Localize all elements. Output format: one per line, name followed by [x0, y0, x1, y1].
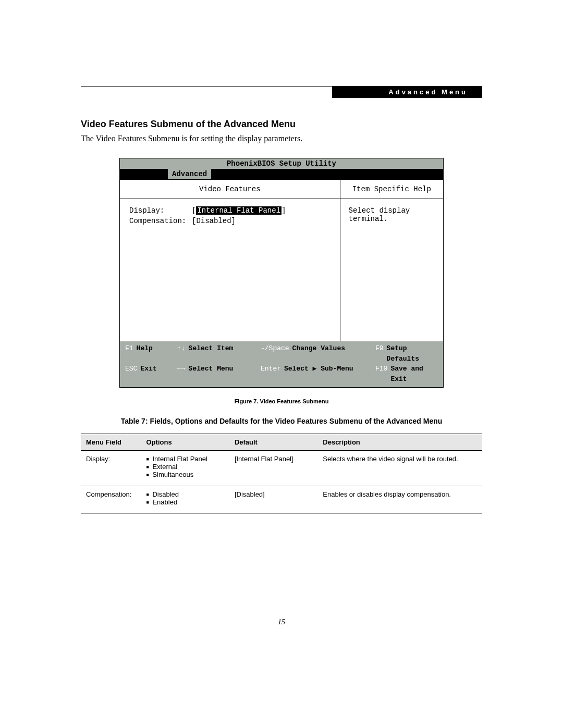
bios-compensation-label: Compensation:	[129, 217, 192, 225]
header-tab: Advanced Menu	[332, 86, 482, 98]
table-row: Display: Internal Flat Panel External Si…	[81, 451, 482, 486]
option-item: Enabled	[146, 498, 224, 506]
th-default: Default	[229, 434, 317, 451]
f10-label: Save and Exit	[390, 364, 438, 384]
bios-left-panel: Video Features Display: [Internal Flat P…	[120, 180, 340, 341]
bios-title: PhoenixBIOS Setup Utility	[120, 158, 443, 169]
bios-field-display[interactable]: Display: [Internal Flat Panel]	[129, 206, 331, 215]
option-item: External	[146, 463, 224, 471]
bios-compensation-value: [Disabled]	[192, 217, 236, 225]
option-item: Internal Flat Panel	[146, 455, 224, 463]
cell-options: Internal Flat Panel External Simultaneou…	[141, 451, 229, 486]
page-number: 15	[81, 618, 482, 626]
bios-right-panel: Item Specific Help Select display termin…	[340, 180, 443, 341]
bios-display-value: Internal Flat Panel	[196, 206, 282, 215]
header-row: Advanced Menu	[81, 86, 482, 98]
bios-left-title: Video Features	[120, 180, 340, 199]
lr-label: Select Menu	[189, 364, 234, 384]
space-label: Change Values	[292, 343, 345, 364]
options-table: Menu Field Options Default Description D…	[81, 434, 482, 514]
bios-display-label: Display:	[129, 206, 192, 215]
section-title: Video Features Submenu of the Advanced M…	[81, 119, 482, 130]
cell-description: Enables or disables display compensation…	[317, 486, 482, 514]
bios-right-title: Item Specific Help	[340, 180, 443, 199]
bios-left-content: Display: [Internal Flat Panel] Compensat…	[120, 199, 340, 341]
enter-key: Enter	[261, 364, 284, 384]
table-caption: Table 7: Fields, Options and Defaults fo…	[81, 417, 482, 425]
f1-label: Help	[137, 343, 153, 364]
f9-label: Setup Defaults	[387, 343, 438, 364]
bios-screenshot: PhoenixBIOS Setup Utility Advanced Video…	[119, 158, 444, 388]
updown-label: Select Item	[189, 343, 234, 364]
space-key: -/Space	[261, 343, 292, 364]
updown-key: ↑↓	[177, 343, 189, 364]
bios-footer: F1Help ↑↓Select Item -/SpaceChange Value…	[120, 341, 443, 387]
table-row: Compensation: Disabled Enabled [Disabled…	[81, 486, 482, 514]
bios-help-text: Select display terminal.	[340, 199, 443, 341]
f10-key: F10	[375, 364, 390, 384]
cell-default: [Disabled]	[229, 486, 317, 514]
bios-tab-advanced[interactable]: Advanced	[168, 169, 211, 179]
document-page: Advanced Menu Video Features Submenu of …	[81, 0, 482, 658]
cell-options: Disabled Enabled	[141, 486, 229, 514]
figure-caption: Figure 7. Video Features Submenu	[81, 398, 482, 404]
bios-display-value-wrapper: [Internal Flat Panel]	[192, 206, 286, 215]
bios-tabs: Advanced	[120, 169, 443, 179]
cell-default: [Internal Flat Panel]	[229, 451, 317, 486]
th-description: Description	[317, 434, 482, 451]
esc-label: Exit	[140, 364, 156, 384]
enter-label: Select ▶ Sub-Menu	[284, 364, 353, 384]
bios-body: Video Features Display: [Internal Flat P…	[120, 179, 443, 341]
cell-description: Selects where the video signal will be r…	[317, 451, 482, 486]
option-item: Disabled	[146, 490, 224, 498]
th-menu: Menu Field	[81, 434, 141, 451]
cell-menu: Display:	[81, 451, 141, 486]
cell-menu: Compensation:	[81, 486, 141, 514]
esc-key: ESC	[125, 364, 140, 384]
f9-key: F9	[375, 343, 387, 364]
table-header-row: Menu Field Options Default Description	[81, 434, 482, 451]
lr-key: ←→	[177, 364, 189, 384]
f1-key: F1	[125, 343, 137, 364]
bios-field-compensation[interactable]: Compensation: [Disabled]	[129, 217, 331, 225]
intro-text: The Video Features Submenu is for settin…	[81, 134, 482, 143]
th-options: Options	[141, 434, 229, 451]
option-item: Simultaneous	[146, 471, 224, 478]
